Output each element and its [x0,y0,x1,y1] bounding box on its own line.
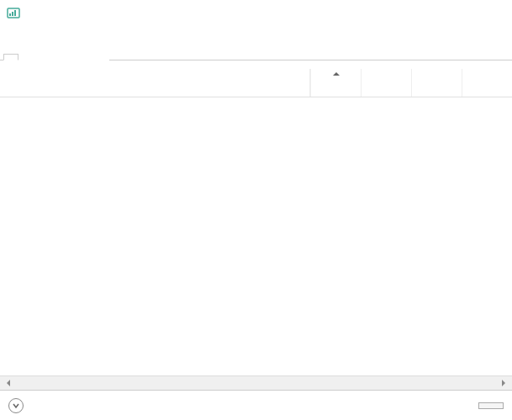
tabbar [0,42,512,60]
column-status[interactable] [243,69,310,97]
column-network[interactable] [462,69,512,97]
process-list [0,97,512,375]
titlebar [0,0,512,25]
svg-rect-3 [14,10,16,16]
close-button[interactable] [472,0,505,25]
column-name[interactable] [0,69,243,97]
app-icon [7,6,20,19]
footer [0,390,512,420]
menubar [0,25,512,42]
column-disk[interactable] [411,69,462,97]
column-memory[interactable] [361,69,411,97]
column-headers [0,69,512,97]
fewer-details-icon[interactable] [8,398,24,413]
minimize-button[interactable] [404,0,438,25]
maximize-button[interactable] [438,0,472,25]
tab-details[interactable] [79,55,94,60]
column-cpu[interactable] [310,69,361,97]
tab-services[interactable] [94,55,109,60]
tab-performance[interactable] [18,55,34,60]
tab-startup[interactable] [49,55,64,60]
tab-users[interactable] [64,55,79,60]
tab-app-history[interactable] [34,55,49,60]
end-task-button[interactable] [478,402,504,409]
svg-rect-1 [9,13,11,16]
tab-processes[interactable] [3,54,18,60]
horizontal-scrollbar[interactable] [0,375,512,390]
svg-rect-2 [12,12,13,16]
